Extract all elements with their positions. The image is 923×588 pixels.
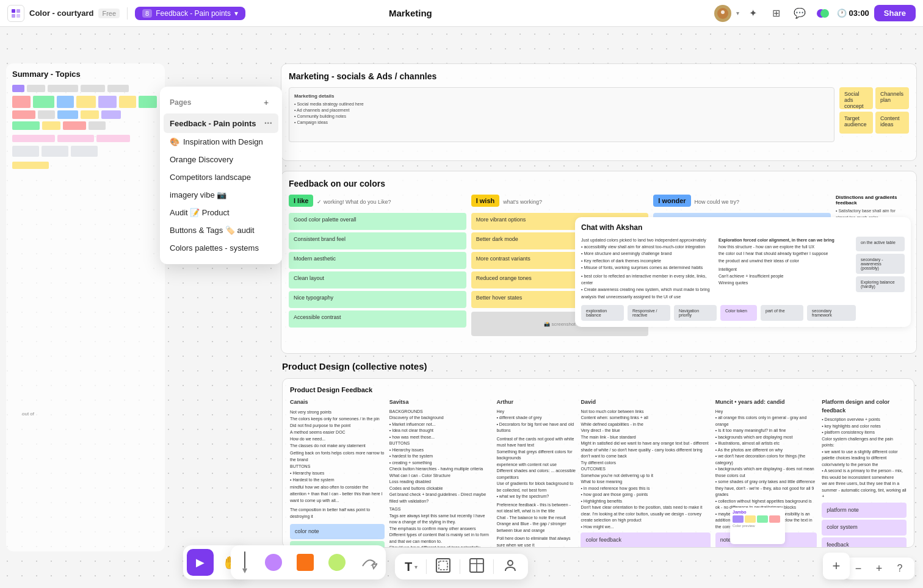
david-col: David Not too much color between links C… bbox=[581, 398, 710, 548]
platform-col: Platform design and color feedback • Des… bbox=[822, 398, 907, 548]
feedback-colors-title: Feedback on our colors bbox=[289, 179, 909, 188]
marketing-stickies: Social ads concept Channels plan Target … bbox=[839, 87, 909, 134]
page-item-imagery[interactable]: imagery vibe 📷 bbox=[160, 186, 282, 204]
sticky-note: exploration balance bbox=[581, 305, 624, 321]
svg-point-15 bbox=[508, 561, 513, 565]
arrow-shape[interactable] bbox=[324, 549, 350, 576]
share-button[interactable]: Share bbox=[874, 5, 916, 21]
i-wish-label: I wish bbox=[471, 195, 500, 207]
rect-shape[interactable] bbox=[292, 549, 319, 576]
i-wish-sub: what's working? bbox=[503, 199, 542, 205]
sticky-note: Clean layout bbox=[289, 271, 466, 289]
page-item-audit[interactable]: Audit 📝 Product bbox=[160, 204, 282, 221]
sticky-note: Content ideas bbox=[875, 112, 909, 134]
add-page-button[interactable]: + bbox=[260, 96, 272, 109]
sticky-note: Social ads concept bbox=[839, 87, 873, 109]
sticky-note: secondary - awareness (possibly) bbox=[856, 254, 905, 274]
sticky-note: Accessible contrast bbox=[289, 310, 466, 328]
topbar: Color - courtyard Free 8 Feedback - Pain… bbox=[0, 0, 923, 27]
zoom-controls: − + ? bbox=[844, 558, 914, 579]
svg-rect-3 bbox=[16, 14, 20, 18]
main-toolbar: T ▾ bbox=[395, 554, 528, 579]
add-button[interactable]: + bbox=[823, 553, 850, 579]
chat-additional-notes: exploration balance Responsive / reactiv… bbox=[581, 305, 905, 321]
share-avatar-icon[interactable] bbox=[814, 4, 832, 23]
divider bbox=[460, 559, 460, 574]
zoom-out-button[interactable]: − bbox=[851, 561, 866, 576]
sticky-note: Modern aesthetic bbox=[289, 252, 466, 269]
cursor-tool[interactable]: ▶ bbox=[187, 549, 214, 576]
marketing-title: Marketing - socials & Ads / channles bbox=[289, 71, 909, 81]
out-of-label: out of bbox=[22, 411, 34, 417]
frame-tool[interactable] bbox=[435, 558, 451, 576]
sticky-note: on the active table bbox=[856, 237, 905, 251]
page-name: Feedback - Pain points bbox=[156, 9, 231, 18]
page-button[interactable]: 8 Feedback - Pain points ▾ bbox=[135, 7, 245, 20]
brand-name: Color - courtyard bbox=[29, 9, 93, 18]
product-columns: Canais Not very strong points The colors… bbox=[290, 398, 907, 548]
sticky-note: Color token bbox=[720, 305, 757, 321]
pen-tool[interactable] bbox=[234, 549, 255, 576]
i-like-column: I like ✓ working! What do you Like? Good… bbox=[289, 195, 466, 336]
canais-col: Canais Not very strong points The colors… bbox=[290, 398, 385, 548]
chat-panel: Chat with Akshan Just updated colors pic… bbox=[575, 217, 911, 327]
pages-dropdown: Pages + Feedback - Pain points ··· 🎨Insp… bbox=[160, 87, 282, 264]
i-wonder-sub: How could we try? bbox=[695, 199, 740, 205]
i-like-stickies: Good color palette overall Consistent br… bbox=[289, 213, 466, 328]
table-tool[interactable] bbox=[469, 558, 485, 576]
sticky-note: part of the bbox=[761, 305, 803, 321]
svg-rect-8 bbox=[244, 551, 245, 568]
chevron-down-icon: ▾ bbox=[234, 9, 238, 18]
canvas: Summary - Topics bbox=[0, 27, 923, 588]
left-panel-title: Summary - Topics bbox=[12, 70, 159, 79]
svg-point-5 bbox=[721, 10, 725, 14]
svg-rect-1 bbox=[16, 9, 20, 13]
timer: 🕐 03:00 bbox=[837, 9, 869, 18]
sticky-note: color note bbox=[290, 524, 385, 540]
i-wonder-label: I wonder bbox=[653, 195, 690, 207]
sticky-note: color system bbox=[822, 520, 907, 536]
chevron-avatar-icon: ▾ bbox=[736, 10, 739, 16]
topbar-right: ▾ ✦ ⊞ 💬 🕐 03:00 Share bbox=[714, 4, 916, 23]
circle-shape[interactable] bbox=[260, 549, 287, 576]
person-tool[interactable] bbox=[502, 558, 518, 576]
divider bbox=[127, 7, 128, 20]
page-item-competitors[interactable]: Competitors landscape bbox=[160, 168, 282, 186]
page-item-orange[interactable]: Orange Discovery bbox=[160, 151, 282, 168]
help-button[interactable]: ? bbox=[892, 561, 907, 576]
divider bbox=[493, 559, 494, 574]
i-like-label: I like bbox=[289, 195, 313, 207]
avatar[interactable] bbox=[714, 5, 731, 22]
app-preview-thumbnail: Jambo Color preview bbox=[730, 507, 785, 544]
product-feedback-title: Product Design Feedback bbox=[290, 386, 907, 393]
sticky-note: Target audience bbox=[839, 112, 873, 134]
curve-arrow[interactable] bbox=[355, 549, 382, 576]
more-icon[interactable]: ··· bbox=[264, 118, 272, 129]
chat-title: Chat with Akshan bbox=[581, 223, 905, 232]
page-item-buttons[interactable]: Buttons & Tags 🏷️ audit bbox=[160, 221, 282, 239]
shape-tools bbox=[231, 545, 386, 579]
chat-stickies: on the active table secondary - awarenes… bbox=[856, 237, 905, 300]
page-number: 8 bbox=[142, 9, 152, 18]
free-badge: Free bbox=[98, 9, 120, 18]
zoom-in-button[interactable]: + bbox=[872, 561, 886, 576]
page-item-inspiration[interactable]: 🎨Inspiration with Design bbox=[160, 133, 282, 151]
page-item-feedback[interactable]: Feedback - Pain points ··· bbox=[164, 113, 278, 133]
ai-icon[interactable]: ✦ bbox=[744, 4, 762, 23]
sticky-note: platform note bbox=[822, 503, 907, 518]
chat-icon[interactable]: 💬 bbox=[791, 4, 809, 23]
sticky-note: Good color palette overall bbox=[289, 213, 466, 230]
page-item-colors[interactable]: Colors palettes - systems bbox=[160, 239, 282, 257]
svg-point-7 bbox=[820, 9, 829, 18]
svg-rect-2 bbox=[12, 14, 15, 18]
text-tool[interactable]: T ▾ bbox=[405, 560, 418, 574]
canais-stickies: color note feedback pain point Light flo… bbox=[290, 524, 385, 548]
grid-icon[interactable]: ⊞ bbox=[767, 4, 786, 23]
product-design-title: Product Design (collective notes) bbox=[282, 361, 427, 371]
product-feedback-section: Product Design Feedback Canais Not very … bbox=[282, 378, 914, 548]
divider bbox=[426, 559, 427, 574]
app-logo[interactable] bbox=[7, 5, 24, 22]
sticky-note: secondary framework bbox=[807, 305, 856, 321]
chat-right: Exploration forced color alignment, in t… bbox=[718, 237, 851, 300]
sticky-note: Nice typography bbox=[289, 291, 466, 308]
